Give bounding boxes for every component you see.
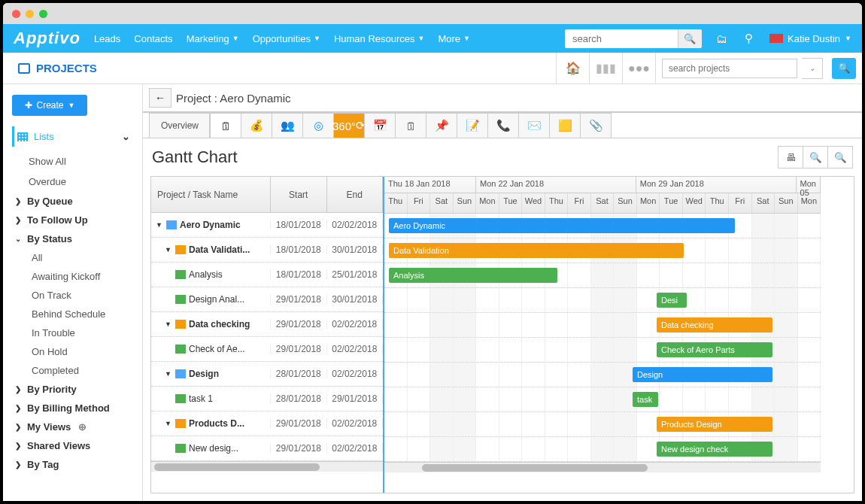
window-close-icon[interactable] [12,10,20,18]
module-search-button[interactable]: 🔍 [832,58,856,79]
sidebar-group-by-status[interactable]: ⌄By Status [12,229,133,248]
tab-360[interactable]: 360° ⟳ [333,113,365,138]
nav-leads[interactable]: Leads [94,33,120,44]
schedule-icon[interactable]: 🗓 [395,113,426,138]
nav-contacts[interactable]: Contacts [134,33,172,44]
gantt-bar[interactable]: Aero Dynamic [389,218,735,233]
tree-toggle-icon[interactable]: ▼ [165,420,172,427]
nav-opportunities[interactable]: Opportunities▼ [253,33,320,44]
home-icon[interactable]: 🏠 [556,53,589,83]
module-icon [18,63,30,74]
window-max-icon[interactable] [39,10,47,18]
sidebar-status-on-hold[interactable]: On Hold [12,342,133,361]
money-bag-icon[interactable]: 💰 [241,113,272,138]
note-icon[interactable]: 📝 [457,113,488,138]
plus-icon[interactable]: ⊕ [78,421,86,433]
attachment-icon[interactable]: 📎 [580,113,612,138]
apps-icon[interactable]: 🗂 [715,32,729,45]
sidebar-group-by-billing[interactable]: ❯By Billing Method [12,399,133,417]
zoom-out-button[interactable]: 🔍 [827,146,853,169]
task-start: 18/01/2018 [271,220,327,230]
tab-gantt-icon[interactable]: 🗓 [210,113,241,138]
timeline-group: Mon 29 Jan 2018 [636,177,797,193]
pin-icon[interactable]: 📌 [426,113,457,138]
gantt-bar[interactable]: Check of Aero Parts [657,342,772,357]
task-row[interactable]: Analysis18/01/201825/01/2018 [151,263,383,287]
gantt-bar[interactable]: Data checking [657,317,772,332]
task-row[interactable]: ▼Products D...29/01/201802/02/2018 [151,411,383,436]
gantt-bar[interactable]: Desi [657,293,687,308]
task-row[interactable]: Check of Ae...29/01/201802/02/2018 [151,337,383,362]
chevron-down-icon: ▼ [232,35,239,42]
sidebar-group-by-priority[interactable]: ❯By Priority [12,380,133,399]
gantt-row: Data Validation [384,238,821,263]
lists-label: Lists [34,131,54,142]
browser-titlebar [3,3,862,24]
task-row[interactable]: ▼Data Validati...18/01/201830/01/2018 [151,238,383,263]
user-menu[interactable]: Katie Dustin ▼ [769,33,851,44]
global-search-input[interactable] [565,29,678,48]
sidebar-status-in-trouble[interactable]: In Trouble [12,323,133,342]
tree-toggle-icon[interactable]: ▼ [165,320,172,328]
sidebar-status-awaiting-kickoff[interactable]: Awaiting Kickoff [12,267,133,286]
calendar-icon[interactable]: 📅 [364,113,396,138]
task-icon [175,444,186,453]
tree-toggle-icon[interactable]: ▼ [165,246,172,254]
folder-icon [175,369,186,378]
module-search-input[interactable] [662,59,797,78]
notifications-icon[interactable]: ⚲ [742,32,756,45]
zoom-in-button[interactable]: 🔍 [803,146,828,169]
sticky-note-icon[interactable]: 🟨 [549,113,581,138]
gantt-bar[interactable]: Products Design [657,417,772,432]
sidebar-group-to-follow[interactable]: ❯To Follow Up [12,211,133,229]
back-button[interactable]: ← [149,88,171,108]
gantt-bar[interactable]: task [633,392,658,407]
chart-bars-icon[interactable]: ▮▮▮ [589,53,622,83]
phone-icon[interactable]: 📞 [487,113,519,138]
sidebar-collapse-handle[interactable]: ‹ [142,340,143,370]
task-row[interactable]: ▼Data checking29/01/201802/02/2018 [151,312,383,337]
nav-marketing[interactable]: Marketing▼ [187,33,239,44]
mail-icon[interactable]: ✉️ [518,113,550,138]
nav-human-resources[interactable]: Human Resources▼ [334,33,425,44]
more-horizontal-icon[interactable]: ●●● [622,53,655,83]
global-search-button[interactable]: 🔍 [678,29,702,48]
sidebar-item-overdue[interactable]: Overdue [12,172,133,192]
gantt-bar[interactable]: Design [633,367,772,382]
sidebar-status-behind-schedule[interactable]: Behind Schedule [12,305,133,323]
sidebar-group-shared[interactable]: ❯Shared Views [12,436,133,455]
timeline-day: Sun [775,193,798,213]
sidebar-status-all[interactable]: All [12,248,133,267]
window-min-icon[interactable] [26,10,34,18]
task-name: Aero Dynamic [180,220,241,230]
tab-overview[interactable]: Overview [149,113,211,138]
target-icon[interactable]: ◎ [302,113,334,138]
left-scrollbar[interactable] [151,461,383,472]
timeline-day: Tue [660,193,683,213]
sidebar-group-by-tag[interactable]: ❯By Tag [12,455,133,474]
search-dropdown-icon[interactable]: ⌄ [802,58,823,79]
timeline-group: Mon 05 [797,177,821,193]
people-icon[interactable]: 👥 [272,113,303,138]
task-row[interactable]: task 128/01/201829/01/2018 [151,387,383,411]
task-row[interactable]: New desig...29/01/201802/02/2018 [151,436,383,461]
gantt-bar[interactable]: Analysis [389,268,557,283]
sidebar-item-show-all[interactable]: Show All [12,151,133,172]
task-row[interactable]: ▼Design28/01/201802/02/2018 [151,362,383,387]
create-button[interactable]: ✚ Create ▼ [12,95,87,116]
task-row[interactable]: Design Anal...29/01/201830/01/2018 [151,287,383,312]
tree-toggle-icon[interactable]: ▼ [165,370,172,378]
sidebar-group-my-views[interactable]: ❯My Views⊕ [12,417,133,436]
task-row[interactable]: ▼Aero Dynamic18/01/201802/02/2018 [151,213,383,238]
gantt-bar[interactable]: New design check [657,442,772,457]
right-scrollbar[interactable] [384,462,821,472]
nav-more[interactable]: More▼ [438,33,470,44]
sidebar-status-completed[interactable]: Completed [12,361,133,380]
sidebar-lists-header[interactable]: Lists⌄ [12,126,133,147]
gantt-row: Data checking [384,313,821,338]
tree-toggle-icon[interactable]: ▼ [156,221,163,229]
gantt-bar[interactable]: Data Validation [389,243,684,258]
sidebar-group-by-queue[interactable]: ❯By Queue [12,192,133,211]
sidebar-status-on-track[interactable]: On Track [12,286,133,305]
print-button[interactable]: 🖶 [778,146,803,169]
